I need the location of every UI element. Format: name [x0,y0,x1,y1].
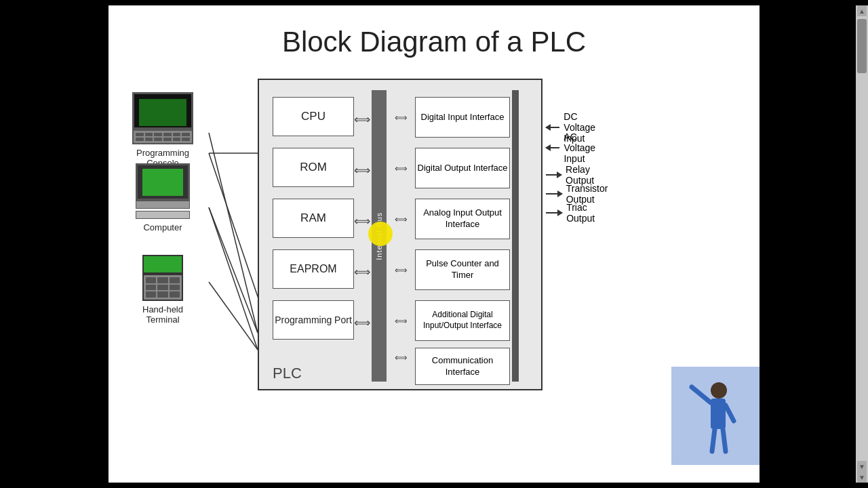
prog-port-label: Programming Port [275,314,352,325]
rom-label: ROM [300,161,327,174]
ram-block: RAM [273,199,354,238]
svg-line-0 [209,133,258,333]
triac-arrow-head [557,209,563,216]
digital-input-left-arrow: ⟺ [395,113,408,123]
svg-line-23 [712,429,715,451]
svg-line-3 [209,282,258,350]
svg-line-21 [692,387,711,403]
digital-output-label: Digital Output Interface [418,163,508,174]
analog-io-left-arrow: ⟺ [395,214,408,224]
svg-line-2 [209,207,258,350]
comm-iface-left-arrow: ⟺ [395,352,408,363]
computer-monitor [136,163,190,201]
computer: Computer [122,163,203,232]
hkey [146,291,156,298]
rom-arrow: ⟺ [354,163,370,178]
scrollbar-bottom-btn[interactable]: ▼ [857,472,867,483]
hkey [146,285,156,291]
key [136,138,144,141]
dc-arrow-line [546,127,559,128]
pulse-counter-left-arrow: ⟺ [395,265,408,275]
prog-port-block: Programming Port [273,300,354,340]
eaprom-label: EAPROM [290,263,336,275]
computer-label: Computer [122,222,203,232]
cursor-circle [368,222,393,246]
prog-port-arrow: ⟺ [354,316,370,330]
hkey [146,277,156,283]
hkey [157,285,167,291]
ac-voltage-row: AC Voltage Input [546,131,606,164]
svg-line-1 [209,207,258,333]
key [145,138,153,141]
cpu-label: CPU [301,110,326,123]
pulse-counter-label: Pulse Counter and Timer [416,258,509,281]
hkey [170,277,180,283]
ac-voltage-label: AC Voltage Input [564,131,605,164]
svg-point-19 [711,382,727,399]
ac-arrow-line [546,147,559,148]
key [163,133,172,136]
analog-io-label: Analog Input Output Interface [416,207,509,230]
console-keyboard [132,129,193,144]
hkey [157,277,167,283]
computer-keyboard-device [136,211,190,219]
programming-console: Programming Console [122,92,203,168]
key [182,138,190,141]
presenter-figure [685,377,746,465]
computer-base [136,201,190,209]
rom-block: ROM [273,148,354,187]
handheld-screen [142,255,183,274]
comm-iface-label: Communication Interface [416,355,509,378]
cpu-block: CPU [273,97,354,136]
hkey [170,291,180,298]
svg-line-24 [723,429,726,451]
console-screen-inner [139,99,186,126]
pulse-counter-block: Pulse Counter and Timer [415,249,510,290]
digital-input-label: Digital Input Interface [421,112,505,123]
relay-arrow-line [546,174,561,176]
digital-output-block: Digital Output Interface [415,148,510,188]
eaprom-block: EAPROM [273,249,354,289]
key [163,138,172,141]
key [145,133,153,136]
add-digital-block: Additional Digital Input/Output Interfac… [415,300,510,341]
scrollbar[interactable]: ▲ ▼ ▼ [856,5,868,483]
analog-io-block: Analog Input Output Interface [415,199,510,239]
key [173,133,181,136]
key [182,133,190,136]
key [154,138,162,141]
scrollbar-up-btn[interactable]: ▲ [857,5,867,16]
triac-output-row: Triac Output [546,202,602,224]
hkey [157,291,167,298]
ac-arrow-head [545,144,551,151]
eaprom-arrow: ⟺ [354,265,370,279]
right-bus-line [512,90,519,382]
slide-title: Block Diagram of a PLC [108,5,760,72]
add-digital-label: Additional Digital Input/Output Interfac… [416,310,509,331]
slide-area: Block Diagram of a PLC [108,5,760,483]
scrollbar-down-btn[interactable]: ▼ [857,461,867,472]
presenter-avatar [671,367,760,465]
svg-line-22 [726,405,734,421]
monitor-screen [142,169,183,196]
digital-input-block: Digital Input Interface [415,97,510,138]
key [173,138,181,141]
add-digital-left-arrow: ⟺ [395,316,408,326]
handheld-label: Hand-held Terminal [129,304,197,325]
console-screen [132,92,193,129]
plc-box: PLC CPU ROM RAM EAPROM Programming Port … [258,79,542,390]
ram-label: RAM [300,211,326,225]
handheld-terminal: Hand-held Terminal [129,255,197,325]
diagram-container: Programming Console Computer [108,72,760,465]
comm-iface-block: Communication Interface [415,348,510,385]
plc-label: PLC [273,365,302,382]
transistor-arrow-line [546,193,562,195]
triac-arrow-line [546,212,562,214]
scrollbar-thumb[interactable] [857,19,867,73]
ram-arrow: ⟺ [354,214,370,228]
digital-output-left-arrow: ⟺ [395,163,408,174]
hkey [170,285,180,291]
key [154,133,162,136]
cpu-arrow: ⟺ [354,113,370,127]
relay-arrow-head [557,171,562,178]
